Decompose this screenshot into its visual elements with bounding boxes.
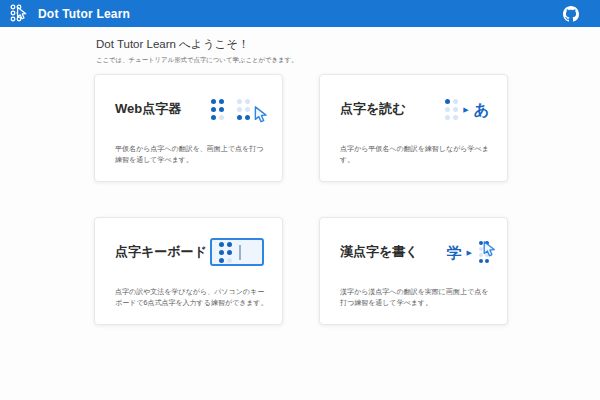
braille-dot-filled bbox=[227, 242, 232, 247]
braille-dot-empty bbox=[445, 107, 450, 112]
braille-cell bbox=[219, 242, 232, 263]
card-description: 点字から平仮名への翻訳を練習しながら学べます。 bbox=[340, 143, 495, 165]
braille-cell bbox=[211, 99, 224, 120]
hiragana-char: あ bbox=[474, 102, 489, 117]
app-title: Dot Tutor Learn bbox=[38, 7, 130, 21]
braille-dot-empty bbox=[219, 115, 224, 120]
braille-dot-empty bbox=[453, 99, 458, 104]
card-title-icon-row: 漢点字を書く 学 ▶ bbox=[340, 241, 489, 263]
braille-dot-filled bbox=[219, 242, 224, 247]
braille-dot-filled bbox=[219, 107, 224, 112]
card-description: 漢字から漢点字への翻訳を実際に画面上で点を打つ練習を通して学べます。 bbox=[340, 286, 495, 308]
page-subtitle: ここでは、チュートリアル形式で点字について学ぶことができます。 bbox=[96, 56, 508, 65]
page-title: Dot Tutor Learn へようこそ！ bbox=[96, 37, 508, 52]
tutorial-card-grid: Web点字器 平仮名から点字への翻訳を、画面上で点を打つ練習を通して学べます。 … bbox=[94, 74, 508, 325]
card-write-kanji-braille[interactable]: 漢点字を書く 学 ▶ 漢字から漢点字への翻訳を実際に画面上で点を打つ練習を通して… bbox=[319, 217, 508, 325]
kanji-to-braille-cursor-icon: 学 ▶ bbox=[447, 241, 489, 263]
braille-dot-filled bbox=[211, 99, 216, 104]
braille-dot-empty bbox=[237, 99, 242, 104]
arrow-right-icon: ▶ bbox=[467, 249, 472, 256]
arrow-right-icon: ▶ bbox=[463, 106, 468, 113]
github-icon bbox=[563, 6, 579, 22]
card-read-braille[interactable]: 点字を読む ▶ あ 点字から平仮名への翻訳を練習しながら学べます。 bbox=[319, 74, 508, 182]
braille-dot-filled bbox=[227, 250, 232, 255]
card-title: 点字を読む bbox=[340, 100, 406, 118]
card-title: 漢点字を書く bbox=[340, 243, 419, 261]
braille-dot-filled bbox=[245, 115, 250, 120]
cursor-icon bbox=[254, 106, 268, 123]
braille-dot-empty bbox=[245, 107, 250, 112]
braille-dot-empty bbox=[445, 115, 450, 120]
two-braille-cells-cursor-icon bbox=[211, 99, 264, 120]
app-logo-braille-cursor-icon bbox=[8, 2, 31, 25]
braille-dot-filled bbox=[219, 250, 224, 255]
cursor-icon bbox=[483, 241, 496, 257]
braille-dot-filled bbox=[445, 99, 450, 104]
braille-dot-empty bbox=[227, 258, 232, 263]
braille-dot-empty bbox=[237, 107, 242, 112]
braille-dot-filled bbox=[485, 259, 489, 263]
braille-cell bbox=[445, 99, 458, 120]
card-title: Web点字器 bbox=[115, 100, 181, 118]
main-content: Dot Tutor Learn へようこそ！ ここでは、チュートリアル形式で点字… bbox=[94, 37, 508, 325]
card-header-row: 点字キーボード bbox=[115, 232, 270, 272]
braille-dot-filled bbox=[211, 115, 216, 120]
card-description: 点字の訳や文法を学びながら、パソコンのキーボードで6点式点字を入力する練習ができ… bbox=[115, 286, 270, 308]
braille-dot-filled bbox=[211, 107, 216, 112]
text-caret-icon bbox=[239, 245, 241, 260]
card-header-row: 漢点字を書く 学 ▶ bbox=[340, 232, 495, 272]
card-description: 平仮名から点字への翻訳を、画面上で点を打つ練習を通して学べます。 bbox=[115, 143, 270, 165]
card-title: 点字キーボード bbox=[115, 243, 207, 261]
braille-dot-filled bbox=[219, 99, 224, 104]
braille-dot-filled bbox=[237, 115, 242, 120]
braille-dot-empty bbox=[453, 107, 458, 112]
braille-cell bbox=[237, 99, 250, 120]
card-web-tenjiki[interactable]: Web点字器 平仮名から点字への翻訳を、画面上で点を打つ練習を通して学べます。 bbox=[94, 74, 283, 182]
braille-dot-filled bbox=[479, 259, 483, 263]
app-header: Dot Tutor Learn bbox=[0, 0, 600, 27]
braille-8dot-cell-wrap bbox=[479, 241, 489, 263]
card-header-row: Web点字器 bbox=[115, 89, 270, 129]
card-header-row: 点字を読む ▶ あ bbox=[340, 89, 495, 129]
braille-dot-empty bbox=[245, 99, 250, 104]
card-braille-keyboard[interactable]: 点字キーボード 点字の訳や文法を学びながら、パソコンのキーボードで6点式点字を入… bbox=[94, 217, 283, 325]
kanji-char: 学 bbox=[447, 245, 462, 260]
braille-dot-empty bbox=[453, 115, 458, 120]
braille-dot-filled bbox=[219, 258, 224, 263]
braille-input-box-icon bbox=[210, 238, 264, 266]
braille-to-hiragana-icon: ▶ あ bbox=[445, 99, 489, 120]
github-link[interactable] bbox=[563, 6, 579, 22]
